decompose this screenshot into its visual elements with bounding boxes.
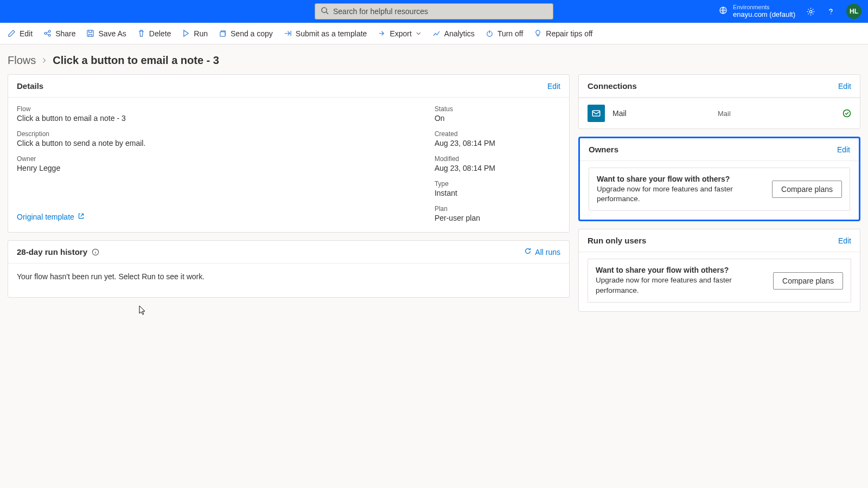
environment-icon (719, 6, 727, 17)
svg-rect-12 (592, 111, 600, 116)
run-only-share-box: Want to share your flow with others? Upg… (588, 259, 851, 302)
detail-modified: Modified Aug 23, 08:14 PM (435, 155, 495, 172)
details-body: Flow Click a button to email a note - 3 … (8, 98, 569, 232)
breadcrumb: Flows Click a button to email a note - 3 (0, 44, 868, 74)
connections-header: Connections Edit (579, 75, 860, 98)
help-icon[interactable] (826, 7, 835, 16)
check-icon (843, 109, 851, 118)
search-icon (321, 7, 329, 17)
svg-point-0 (322, 7, 327, 12)
edit-button[interactable]: Edit (8, 29, 33, 38)
svg-point-7 (49, 34, 51, 36)
app-header: Environments enayu.com (default) HL (0, 0, 868, 23)
connection-type: Mail (718, 110, 835, 118)
details-card: Details Edit Flow Click a button to emai… (8, 74, 570, 233)
run-history-header: 28-day run history All runs (8, 241, 569, 264)
svg-point-4 (831, 14, 831, 14)
run-button[interactable]: Run (182, 29, 208, 38)
main-content: Details Edit Flow Click a button to emai… (0, 74, 868, 319)
export-button[interactable]: Export (378, 29, 421, 38)
owners-edit-link[interactable]: Edit (837, 145, 850, 154)
search-box[interactable] (315, 3, 553, 20)
connections-title: Connections (588, 81, 637, 91)
run-history-title: 28-day run history (17, 247, 99, 256)
svg-point-3 (809, 10, 812, 13)
refresh-icon (524, 247, 532, 256)
connections-card: Connections Edit Mail Mail (578, 74, 860, 129)
run-only-share-title: Want to share your flow with others? (596, 266, 760, 274)
breadcrumb-current: Click a button to email a note - 3 (53, 54, 219, 67)
connections-edit-link[interactable]: Edit (838, 82, 851, 91)
detail-status: Status On (435, 105, 495, 123)
send-copy-button[interactable]: Send a copy (219, 29, 273, 38)
search-input[interactable] (333, 7, 547, 16)
run-only-share-sub: Upgrade now for more features and faster… (596, 275, 760, 295)
svg-rect-8 (87, 30, 93, 36)
detail-created: Created Aug 23, 08:14 PM (435, 130, 495, 147)
share-button[interactable]: Share (43, 29, 75, 38)
settings-icon[interactable] (806, 7, 815, 16)
detail-description: Description Click a button to send a not… (17, 130, 145, 147)
run-history-body: Your flow hasn't been run yet. Select Ru… (8, 264, 569, 297)
owners-card: Owners Edit Want to share your flow with… (578, 137, 860, 221)
detail-owner: Owner Henry Legge (17, 155, 145, 172)
environment-label: Environments (733, 4, 795, 11)
svg-line-1 (326, 12, 328, 14)
user-avatar[interactable]: HL (846, 4, 861, 19)
submit-template-button[interactable]: Submit as a template (284, 29, 367, 38)
breadcrumb-root[interactable]: Flows (8, 54, 36, 67)
left-column: Details Edit Flow Click a button to emai… (8, 74, 570, 312)
owners-share-box: Want to share your flow with others? Upg… (589, 168, 850, 211)
info-icon[interactable] (92, 248, 99, 256)
owners-share-title: Want to share your flow with others? (597, 175, 759, 183)
compare-plans-button-2[interactable]: Compare plans (773, 272, 843, 290)
details-title: Details (17, 81, 43, 91)
run-only-header: Run only users Edit (579, 229, 860, 252)
svg-rect-9 (220, 32, 225, 36)
run-only-title: Run only users (588, 236, 646, 245)
detail-type: Type Instant (435, 180, 495, 197)
run-history-card: 28-day run history All runs Your flow ha… (8, 240, 570, 298)
original-template-link[interactable]: Original template (17, 213, 145, 221)
owners-title: Owners (589, 145, 618, 154)
right-column: Connections Edit Mail Mail Owners Edit (578, 74, 860, 312)
search-container (315, 3, 553, 20)
environment-text: Environments enayu.com (default) (733, 4, 795, 19)
owners-header: Owners Edit (580, 138, 859, 161)
details-header: Details Edit (8, 75, 569, 98)
connection-name: Mail (612, 109, 710, 118)
mail-icon (588, 105, 605, 122)
run-only-edit-link[interactable]: Edit (838, 236, 851, 245)
run-history-empty: Your flow hasn't been run yet. Select Ru… (17, 272, 205, 281)
svg-point-6 (49, 30, 51, 33)
svg-point-5 (44, 33, 47, 35)
environment-picker[interactable]: Environments enayu.com (default) (719, 4, 795, 19)
delete-button[interactable]: Delete (137, 29, 171, 38)
save-as-button[interactable]: Save As (86, 29, 126, 38)
run-only-users-card: Run only users Edit Want to share your f… (578, 229, 860, 311)
repair-tips-off-button[interactable]: Repair tips off (534, 29, 592, 38)
detail-flow: Flow Click a button to email a note - 3 (17, 105, 145, 123)
command-bar: Edit Share Save As Delete Run Send a cop… (0, 23, 868, 44)
turn-off-button[interactable]: Turn off (486, 29, 523, 38)
connection-row[interactable]: Mail Mail (579, 98, 860, 129)
chevron-down-icon (416, 29, 422, 38)
analytics-button[interactable]: Analytics (432, 29, 475, 38)
chevron-right-icon (41, 56, 47, 65)
header-right: Environments enayu.com (default) HL (719, 4, 861, 19)
compare-plans-button[interactable]: Compare plans (772, 181, 842, 198)
detail-plan: Plan Per-user plan (435, 205, 495, 222)
external-link-icon (78, 213, 85, 221)
all-runs-link[interactable]: All runs (524, 247, 560, 256)
details-edit-link[interactable]: Edit (547, 82, 560, 91)
owners-share-sub: Upgrade now for more features and faster… (597, 184, 759, 204)
environment-name: enayu.com (default) (733, 11, 795, 19)
